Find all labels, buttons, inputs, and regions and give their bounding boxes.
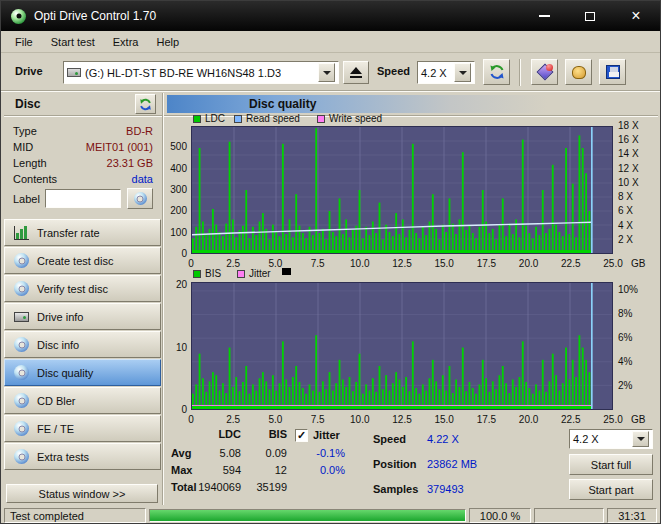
field-label-contents: Contents	[13, 173, 57, 185]
disc-info-fields: TypeBD-RMIDMEIT01 (001)Length23.31 GBCon…	[4, 123, 161, 187]
buzzer-tool-button[interactable]	[565, 59, 592, 85]
disc-label-caption: Label	[13, 193, 40, 205]
field-label-type: Type	[13, 125, 37, 137]
speed-select-value: 4.2 X	[421, 67, 447, 79]
quality-speed-select[interactable]: 4.2 X	[569, 429, 653, 449]
menu-item-start-test[interactable]: Start test	[42, 33, 104, 51]
hand-icon	[572, 66, 586, 79]
maximize-button[interactable]	[572, 1, 608, 31]
sidebar-item-disc-info[interactable]: Disc info	[4, 331, 161, 358]
drive-select-arrow[interactable]	[318, 63, 335, 82]
start-part-button[interactable]: Start part	[569, 479, 653, 500]
minimize-button[interactable]	[526, 1, 562, 31]
close-icon: ×	[631, 8, 640, 24]
x-tick: 12.5	[389, 414, 415, 425]
y-left-tick: 500	[153, 141, 187, 152]
field-label-length: Length	[13, 157, 47, 169]
menu-item-file[interactable]: File	[6, 33, 42, 51]
chevron-down-icon	[459, 71, 467, 75]
save-button[interactable]	[599, 59, 626, 85]
write-label-button[interactable]	[127, 188, 153, 209]
sidebar-item-label: Drive info	[37, 311, 83, 323]
x-tick: 0	[178, 414, 204, 425]
cd-bler-icon	[14, 393, 29, 408]
disc-label-input[interactable]	[45, 189, 121, 208]
position-value: 23862 MB	[427, 458, 477, 470]
eject-button[interactable]	[343, 61, 369, 84]
drive-label: Drive	[15, 65, 43, 77]
field-row-type: TypeBD-R	[4, 123, 161, 139]
bis-jitter-chart	[191, 282, 613, 410]
sidebar-item-disc-quality[interactable]: Disc quality	[4, 359, 161, 386]
speed-select-arrow[interactable]	[454, 63, 471, 82]
jitter-checkbox[interactable]: ✓	[295, 429, 308, 442]
refresh-speed-button[interactable]	[483, 59, 510, 85]
x-tick: 10.0	[347, 258, 373, 269]
x-tick: 20.0	[516, 258, 542, 269]
sidebar-item-drive-info[interactable]: Drive info	[4, 303, 161, 330]
menu-item-extra[interactable]: Extra	[104, 33, 148, 51]
y-left-tick: 300	[153, 184, 187, 195]
refresh-disc-button[interactable]	[135, 94, 156, 114]
field-value-contents[interactable]: data	[132, 173, 153, 185]
legend2-label-bis: BIS	[205, 269, 221, 279]
samples-label: Samples	[373, 483, 418, 495]
menu-item-help[interactable]: Help	[147, 33, 188, 51]
nav-button-stack: Transfer rateCreate test discVerify test…	[4, 219, 161, 471]
x-tick: 22.5	[558, 258, 584, 269]
disc-quality-tool-button[interactable]	[531, 59, 558, 85]
sidebar-item-label: Extra tests	[37, 451, 89, 463]
legend-mark	[282, 268, 291, 275]
sidebar-item-create-test-disc[interactable]: Create test disc	[4, 247, 161, 274]
x-tick: 7.5	[305, 414, 331, 425]
sidebar-item-verify-test-disc[interactable]: Verify test disc	[4, 275, 161, 302]
statusbar-spacer-cell	[534, 508, 604, 523]
gem-dot-icon	[546, 64, 553, 71]
status-window-label: Status window >>	[39, 488, 126, 500]
progress-fill	[150, 510, 465, 521]
bar	[20, 229, 23, 239]
y-right-tick: 6 X	[618, 205, 654, 216]
stats-jitter-avg: -0.1%	[287, 447, 345, 459]
progress-percent: 100.0 %	[480, 510, 520, 522]
x-tick: 10.0	[347, 414, 373, 425]
quality-speed-select-value: 4.2 X	[573, 433, 599, 445]
legend1-label-read-speed: Read speed	[246, 114, 300, 124]
y-right-tick: 16 X	[618, 134, 654, 145]
y-right-tick: 14 X	[618, 148, 654, 159]
sidebar-item-extra-tests[interactable]: Extra tests	[4, 443, 161, 470]
y-right-tick: 10%	[618, 284, 654, 295]
stats-bis-total: 35199	[227, 481, 287, 493]
y-right-tick: 2%	[618, 380, 654, 391]
sidebar-item-fe-te[interactable]: FE / TE	[4, 415, 161, 442]
stats-jitter-max: 0.0%	[287, 464, 345, 476]
sidebar-item-label: Transfer rate	[37, 227, 100, 239]
ldc-read-speed-chart	[191, 126, 613, 254]
y-right-tick: 2 X	[618, 234, 654, 245]
quality-speed-select-arrow[interactable]	[632, 431, 649, 447]
close-button[interactable]: ×	[618, 1, 654, 31]
start-full-button[interactable]: Start full	[569, 454, 653, 475]
field-value-length: 23.31 GB	[107, 157, 153, 169]
titlebar: Opti Drive Control 1.70 ×	[1, 1, 660, 31]
drive-select[interactable]: (G:) HL-DT-ST BD-RE WH16NS48 1.D3	[63, 61, 339, 84]
status-window-button[interactable]: Status window >>	[6, 484, 158, 503]
y-right-tick: 8%	[618, 308, 654, 319]
sidebar-item-transfer-rate[interactable]: Transfer rate	[4, 219, 161, 246]
eject-icon	[350, 67, 362, 78]
y-right-tick: 8 X	[618, 191, 654, 202]
start-part-label: Start part	[588, 484, 633, 496]
legend2-swatch-jitter	[237, 270, 245, 278]
sidebar-item-label: Disc info	[37, 339, 79, 351]
x-tick: 17.5	[473, 414, 499, 425]
fe-te-icon	[14, 421, 29, 436]
elapsed-time: 31:31	[618, 510, 646, 522]
chevron-down-icon	[637, 437, 645, 441]
speed-select[interactable]: 4.2 X	[417, 61, 475, 84]
refresh-icon	[489, 64, 505, 80]
field-row-length: Length23.31 GB	[4, 155, 161, 171]
stats-bis-max: 12	[227, 464, 287, 476]
sidebar-item-cd-bler[interactable]: CD Bler	[4, 387, 161, 414]
window-title: Opti Drive Control 1.70	[34, 9, 156, 23]
x-tick: 15.0	[431, 414, 457, 425]
